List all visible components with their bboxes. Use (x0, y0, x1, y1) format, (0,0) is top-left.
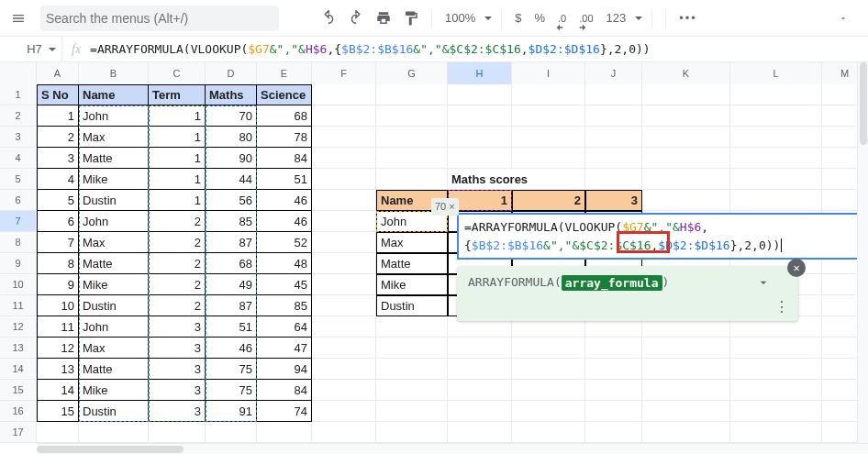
cell[interactable] (37, 422, 79, 443)
cell[interactable]: 3 (149, 401, 206, 422)
cell[interactable] (730, 190, 822, 211)
cell[interactable] (512, 380, 585, 401)
cell[interactable] (312, 253, 376, 274)
cell[interactable]: 1 (149, 169, 206, 190)
cell[interactable]: 10 (37, 295, 79, 316)
cell[interactable] (512, 422, 585, 443)
cell[interactable] (448, 127, 512, 148)
cell[interactable]: 44 (206, 169, 257, 190)
col-header-F[interactable]: F (312, 62, 376, 84)
cell[interactable] (642, 105, 730, 127)
cell[interactable] (512, 169, 585, 190)
print-icon[interactable] (373, 7, 395, 29)
col-header-H[interactable]: H (448, 62, 512, 84)
cell[interactable]: 5 (37, 190, 79, 211)
cell[interactable] (730, 169, 822, 190)
cell[interactable] (642, 127, 730, 148)
cell[interactable] (642, 169, 730, 190)
cell[interactable]: 85 (257, 295, 312, 316)
cell[interactable] (376, 127, 448, 148)
cell[interactable] (312, 401, 376, 422)
cell[interactable] (312, 148, 376, 169)
cell[interactable]: S No (37, 84, 79, 105)
col-header-D[interactable]: D (206, 62, 257, 84)
cell[interactable] (79, 422, 149, 443)
cell[interactable]: 1 (149, 190, 206, 211)
cell[interactable] (376, 401, 448, 422)
paint-format-icon[interactable] (400, 7, 422, 29)
cell[interactable]: 87 (206, 295, 257, 316)
cell[interactable] (730, 401, 822, 422)
cell[interactable]: 2 (37, 127, 79, 148)
col-header-I[interactable]: I (512, 62, 585, 84)
cell[interactable]: Term (149, 84, 206, 105)
cell[interactable]: 3 (585, 190, 642, 211)
cell[interactable]: 46 (257, 190, 312, 211)
cell[interactable]: Matte (79, 253, 149, 274)
cell[interactable]: Science (257, 84, 312, 105)
cell[interactable] (642, 359, 730, 380)
col-header-G[interactable]: G (376, 62, 448, 84)
cell[interactable]: 75 (206, 359, 257, 380)
col-header-B[interactable]: B (79, 62, 149, 84)
undo-icon[interactable] (317, 7, 339, 29)
horizontal-scrollbar[interactable] (37, 443, 868, 454)
cell[interactable]: 87 (206, 232, 257, 253)
cell[interactable]: Maths scores (448, 169, 512, 190)
cell[interactable] (512, 148, 585, 169)
cell[interactable]: 46 (206, 338, 257, 359)
cell[interactable]: 1 (149, 127, 206, 148)
cell[interactable]: 45 (257, 274, 312, 295)
col-header-J[interactable]: J (585, 62, 642, 84)
cell[interactable] (585, 169, 642, 190)
cell[interactable] (149, 422, 206, 443)
cell[interactable] (312, 190, 376, 211)
cell[interactable]: Max (79, 127, 149, 148)
cell[interactable] (642, 338, 730, 359)
cell[interactable] (512, 84, 585, 105)
cell-formula-editor[interactable]: 70 × =ARRAYFORMULA(VLOOKUP($G7&","&H$6,{… (457, 213, 859, 260)
col-header-K[interactable]: K (642, 62, 730, 84)
cell[interactable]: 3 (149, 359, 206, 380)
cell[interactable]: Max (79, 338, 149, 359)
cell[interactable]: Max (79, 232, 149, 253)
cell[interactable] (730, 338, 822, 359)
cell[interactable]: 3 (149, 380, 206, 401)
cell[interactable] (512, 401, 585, 422)
cell[interactable] (448, 84, 512, 105)
chevron-down-icon[interactable] (756, 275, 771, 293)
row-header-5[interactable]: 5 (0, 169, 37, 190)
cell[interactable]: John (79, 211, 149, 232)
cell[interactable]: 51 (206, 316, 257, 338)
menu-search-input[interactable] (46, 11, 273, 26)
cell[interactable]: 1 (149, 105, 206, 127)
cell[interactable]: 1 (37, 105, 79, 127)
cell[interactable] (376, 148, 448, 169)
cell[interactable] (206, 422, 257, 443)
cell[interactable] (585, 359, 642, 380)
cell[interactable]: 12 (37, 338, 79, 359)
cell[interactable]: 94 (257, 359, 312, 380)
cell[interactable] (512, 127, 585, 148)
cell[interactable]: 75 (206, 380, 257, 401)
menu-icon[interactable] (7, 7, 29, 29)
cell[interactable]: 78 (257, 127, 312, 148)
cell[interactable]: 1 (149, 148, 206, 169)
cell[interactable]: 52 (257, 232, 312, 253)
cell[interactable]: 64 (257, 316, 312, 338)
cell[interactable]: Dustin (79, 401, 149, 422)
row-header-9[interactable]: 9 (0, 253, 37, 274)
zoom-level[interactable]: 100% (441, 11, 492, 25)
cell[interactable] (312, 105, 376, 127)
cell[interactable]: 3 (149, 316, 206, 338)
row-header-8[interactable]: 8 (0, 232, 37, 253)
more-icon[interactable]: ⋮ (774, 298, 789, 316)
cell[interactable]: 49 (206, 274, 257, 295)
cell[interactable] (642, 84, 730, 105)
cell[interactable] (585, 148, 642, 169)
cell[interactable]: 51 (257, 169, 312, 190)
row-header-12[interactable]: 12 (0, 316, 37, 338)
row-header-14[interactable]: 14 (0, 359, 37, 380)
increase-decimal[interactable]: .00 (575, 11, 596, 25)
cell[interactable] (376, 316, 448, 338)
